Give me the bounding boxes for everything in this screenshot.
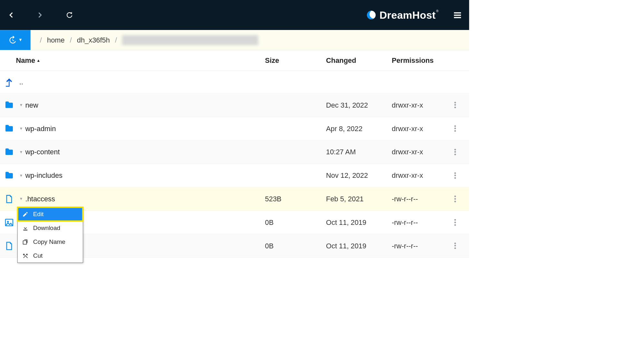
chevron-down-icon: ▼ — [18, 38, 23, 43]
breadcrumb: / home / dh_x36f5h / — [31, 30, 258, 50]
context-menu-item-copy-name[interactable]: Copy Name — [18, 235, 83, 249]
context-menu-item-download[interactable]: Download — [18, 221, 83, 235]
topbar: DreamHost® — [0, 0, 469, 30]
folder-icon — [3, 170, 19, 180]
up-arrow-icon — [3, 77, 19, 87]
folder-icon — [3, 147, 19, 157]
file-permissions: -rw-r--r-- — [392, 218, 448, 226]
chevron-down-icon[interactable]: ▼ — [19, 103, 23, 107]
context-menu-label: Download — [33, 225, 60, 232]
brand-logo: DreamHost® — [366, 9, 438, 21]
copy-icon — [22, 239, 29, 245]
file-changed: Feb 5, 2021 — [326, 195, 392, 203]
file-permissions: -rw-r--r-- — [392, 195, 448, 203]
context-menu: Edit Download Copy Name Cut — [17, 207, 83, 263]
moon-icon — [366, 10, 376, 20]
file-icon — [3, 194, 19, 204]
file-size: 0B — [265, 242, 326, 250]
parent-dir-label: .. — [19, 78, 23, 86]
chevron-down-icon[interactable]: ▼ — [19, 197, 23, 201]
hamburger-menu-button[interactable] — [453, 10, 462, 20]
file-size: 523B — [265, 195, 326, 203]
column-header-changed[interactable]: Changed — [326, 56, 392, 64]
history-icon — [8, 35, 17, 44]
file-name-cell: ▼wp-includes — [19, 171, 265, 179]
column-header-permissions[interactable]: Permissions — [392, 56, 462, 64]
svg-rect-4 — [6, 86, 9, 87]
file-permissions: drwxr-xr-x — [392, 171, 448, 179]
breadcrumb-item-redacted — [122, 35, 258, 45]
file-permissions: drwxr-xr-x — [392, 101, 448, 109]
folder-icon — [3, 124, 19, 134]
context-menu-label: Copy Name — [33, 238, 65, 246]
file-name-cell: ▼wp-content — [19, 148, 265, 156]
file-changed: 10:27 AM — [326, 148, 392, 156]
folder-icon — [3, 100, 19, 110]
file-permissions: drwxr-xr-x — [392, 148, 448, 156]
chevron-down-icon[interactable]: ▼ — [19, 173, 23, 177]
row-actions-button[interactable]: ••• — [448, 148, 462, 156]
file-changed: Apr 8, 2022 — [326, 125, 392, 133]
row-actions-button[interactable]: ••• — [448, 172, 462, 179]
file-name-cell: ▼wp-admin — [19, 125, 265, 133]
row-actions-button[interactable]: ••• — [448, 242, 462, 250]
context-menu-label: Edit — [33, 211, 44, 218]
file-name: new — [25, 101, 38, 109]
file-name: wp-admin — [25, 125, 56, 133]
download-icon — [22, 225, 29, 231]
file-name: .htaccess — [25, 195, 55, 203]
topbar-nav — [7, 11, 74, 19]
file-permissions: drwxr-xr-x — [392, 125, 448, 133]
forward-button[interactable] — [36, 11, 44, 19]
back-button[interactable] — [7, 11, 15, 19]
brand-text: DreamHost® — [380, 9, 439, 21]
column-header-size[interactable]: Size — [265, 56, 326, 64]
file-icon — [3, 241, 19, 251]
file-name: wp-includes — [25, 171, 62, 179]
chevron-down-icon[interactable]: ▼ — [19, 150, 23, 154]
context-menu-item-cut[interactable]: Cut — [18, 249, 83, 263]
breadcrumb-separator: / — [40, 36, 42, 44]
context-menu-item-edit[interactable]: Edit — [18, 207, 83, 221]
file-size: 0B — [265, 218, 326, 226]
svg-rect-2 — [454, 14, 461, 16]
parent-directory-row[interactable]: .. — [0, 71, 469, 93]
path-row: ▼ / home / dh_x36f5h / — [0, 30, 469, 50]
breadcrumb-separator: / — [115, 36, 117, 44]
file-changed: Nov 12, 2022 — [326, 171, 392, 179]
table-row[interactable]: ▼wp-includesNov 12, 2022drwxr-xr-x••• — [0, 164, 469, 187]
context-menu-label: Cut — [33, 252, 43, 260]
file-changed: Dec 31, 2022 — [326, 101, 392, 109]
row-actions-button[interactable]: ••• — [448, 195, 462, 203]
image-file-icon — [3, 217, 19, 227]
row-actions-button[interactable]: ••• — [448, 219, 462, 226]
cut-icon — [22, 253, 29, 259]
table-row[interactable]: ▼newDec 31, 2022drwxr-xr-x••• — [0, 93, 469, 117]
table-row[interactable]: ▼wp-adminApr 8, 2022drwxr-xr-x••• — [0, 117, 469, 140]
svg-rect-3 — [454, 17, 461, 18]
file-changed: Oct 11, 2019 — [326, 218, 392, 226]
file-name-cell: ▼.htaccess — [19, 195, 265, 203]
file-permissions: -rw-r--r-- — [392, 242, 448, 250]
file-changed: Oct 11, 2019 — [326, 242, 392, 250]
breadcrumb-separator: / — [70, 36, 72, 44]
chevron-down-icon[interactable]: ▼ — [19, 126, 23, 130]
table-header: Name ▴ Size Changed Permissions — [0, 50, 469, 71]
svg-point-6 — [7, 221, 9, 222]
file-name: wp-content — [25, 148, 60, 156]
breadcrumb-item[interactable]: home — [47, 36, 65, 44]
refresh-button[interactable] — [65, 11, 74, 19]
row-actions-button[interactable]: ••• — [448, 101, 462, 109]
file-name-cell: ▼new — [19, 101, 265, 109]
breadcrumb-item[interactable]: dh_x36f5h — [77, 36, 110, 44]
history-button[interactable]: ▼ — [0, 30, 31, 50]
row-actions-button[interactable]: ••• — [448, 125, 462, 132]
table-row[interactable]: ▼wp-content10:27 AMdrwxr-xr-x••• — [0, 140, 469, 164]
svg-rect-1 — [454, 12, 461, 14]
edit-icon — [22, 211, 29, 217]
sort-asc-icon: ▴ — [37, 58, 40, 63]
column-header-name[interactable]: Name ▴ — [16, 56, 265, 64]
